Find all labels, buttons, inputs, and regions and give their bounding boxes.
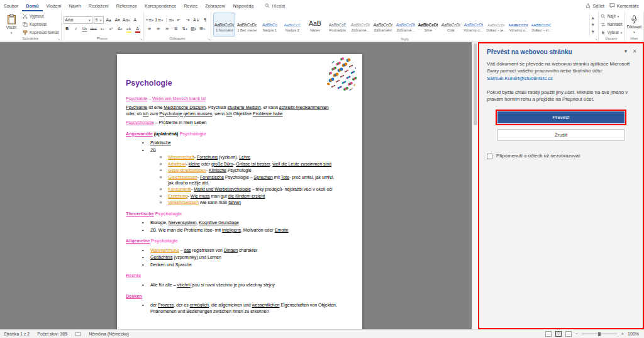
dictate-button[interactable]: Diktovat <box>627 13 641 36</box>
bullet-marker: • <box>142 247 150 253</box>
shading-button[interactable]: ▨ <box>190 25 197 33</box>
justify-button[interactable]: ≣ <box>172 25 180 33</box>
tab-návrh[interactable]: Návrh <box>65 0 85 11</box>
tab-zobrazení[interactable]: Zobrazení <box>201 0 229 11</box>
cut-button[interactable]: Vyjmout <box>23 13 59 20</box>
tab-vložení[interactable]: Vložení <box>43 0 65 11</box>
read-mode-button[interactable] <box>545 331 552 337</box>
convert-button[interactable]: Převést <box>497 111 625 123</box>
scrollbar-thumb[interactable] <box>474 43 477 125</box>
word-count-status[interactable]: Počet slov: 365 <box>37 332 67 336</box>
document-scrollbar[interactable] <box>472 42 478 329</box>
find-button[interactable]: Najít <box>601 13 623 20</box>
styles-scroll-down[interactable]: ▼ <box>590 21 596 28</box>
text-effects-button[interactable]: A <box>116 25 124 33</box>
editing-group: Najít Nahradit Vybrat Úpravy <box>599 11 625 42</box>
bullets-button[interactable]: •≡ <box>146 16 154 24</box>
tab-korespondence[interactable]: Korespondence <box>141 0 180 11</box>
zoom-slider[interactable] <box>582 334 617 334</box>
style-sample: AaBbCcE <box>328 14 347 27</box>
tab-soubor[interactable]: Soubor <box>0 0 22 11</box>
tab-revize[interactable]: Revize <box>180 0 201 11</box>
search-box[interactable]: Hledat <box>265 0 285 11</box>
style-card-5[interactable]: AaBNázev <box>304 13 326 37</box>
zoom-level[interactable]: 100% <box>628 332 639 336</box>
sort-button[interactable]: A↓ <box>192 16 200 24</box>
copy-button[interactable]: Kopírovat <box>23 21 59 28</box>
style-card-3[interactable]: AaBbCcNadpis 1 <box>258 13 280 37</box>
highlight-button[interactable]: ab <box>125 25 133 33</box>
styles-dialog-launcher[interactable] <box>595 37 597 41</box>
pane-close-button[interactable]: × <box>630 48 639 54</box>
select-button[interactable]: Vybrat <box>601 29 623 36</box>
change-case-button[interactable]: Aa <box>123 16 130 24</box>
cancel-button[interactable]: Zrušit <box>497 129 625 141</box>
style-card-6[interactable]: AaBbCcEPodnadpis <box>326 13 348 37</box>
doc-block-bullet: •ZB <box>126 147 339 153</box>
font-size-select[interactable]: 9 <box>94 16 104 24</box>
grow-font-button[interactable]: A▴ <box>105 16 113 24</box>
clear-formatting-button[interactable]: A <box>131 16 139 24</box>
align-center-button[interactable]: ≡ <box>155 25 162 33</box>
italic-button[interactable]: I <box>72 25 80 33</box>
share-label: Sdílet <box>592 3 604 9</box>
subscript-button[interactable]: x₂ <box>99 25 106 33</box>
styles-more-button[interactable]: ▼̲ <box>590 28 596 35</box>
style-card-12[interactable]: AaBbCcDtVýrazný ci... <box>462 13 484 37</box>
web-layout-button[interactable] <box>565 331 572 337</box>
style-card-10[interactable]: AaBbCcDtSilné <box>417 13 439 37</box>
comments-button[interactable]: Komentáře <box>609 3 639 9</box>
style-card-15[interactable]: AABBCCDCOdkaz – in... <box>530 13 552 37</box>
font-family-select[interactable]: Arial <box>64 16 92 24</box>
align-left-button[interactable]: ≡ <box>146 25 153 33</box>
print-layout-button[interactable] <box>555 331 562 337</box>
tab-reference[interactable]: Reference <box>113 0 141 11</box>
dont-show-again-checkbox[interactable] <box>487 154 492 159</box>
borders-button[interactable]: ⊞ <box>199 25 206 33</box>
page-count-status[interactable]: Stránka 1 z 2 <box>4 332 30 336</box>
superscript-button[interactable]: x² <box>108 25 115 33</box>
font-color-button[interactable]: A <box>134 25 142 33</box>
format-painter-button[interactable]: Kopírovat formát <box>23 29 59 36</box>
style-card-9[interactable]: AaBbCcDtZdůrazně... <box>394 13 416 37</box>
styles-scroll-up[interactable]: ▲ <box>590 14 596 21</box>
tab-domů[interactable]: Domů <box>22 0 42 11</box>
tab-rozložení[interactable]: Rozložení <box>85 0 113 11</box>
doc-block-heading: Angewandte (uplatněná) Psychologie <box>126 131 339 137</box>
proofing-icon[interactable] <box>75 332 81 337</box>
multilevel-list-button[interactable]: ⋮≡ <box>164 16 174 24</box>
style-card-13[interactable]: AaBbCcDtOdkaz – je... <box>485 13 507 37</box>
font-dialog-launcher[interactable] <box>140 37 142 41</box>
pane-options-button[interactable]: ▾ <box>621 48 630 54</box>
style-card-4[interactable]: AaBbCcCNadpis 2 <box>281 13 303 37</box>
numbering-button[interactable]: 1≡ <box>155 16 163 24</box>
bold-button[interactable]: B <box>64 25 71 33</box>
style-card-7[interactable]: AaBbCcDtZdůrazně... <box>349 13 371 37</box>
language-status[interactable]: Němčina (Německo) <box>89 332 129 336</box>
zoom-in-button[interactable]: + <box>621 331 624 337</box>
tab-nápověda[interactable]: Nápověda <box>230 0 258 11</box>
underline-button[interactable]: U <box>81 25 89 33</box>
line-spacing-button[interactable]: ⇅ <box>181 25 189 33</box>
style-card-11[interactable]: AaBbCcDtCitát <box>440 13 462 37</box>
style-card-14[interactable]: AABBCCDCVýrazný o... <box>508 13 530 37</box>
paste-button[interactable]: Vložit <box>2 13 21 36</box>
align-right-button[interactable]: ≡ <box>164 25 171 33</box>
style-card-1[interactable]: AaBbCcDc1 Normální <box>213 13 235 37</box>
strikethrough-button[interactable]: abc <box>90 25 97 33</box>
increase-indent-button[interactable]: ⇥ <box>184 16 191 24</box>
doc-text: Biologie, Nervensystem, Kognitive Grundl… <box>150 220 239 225</box>
show-marks-button[interactable]: ¶ <box>201 16 209 24</box>
shrink-font-button[interactable]: A▾ <box>114 16 121 24</box>
style-card-8[interactable]: AaBbCcDtZdůraznění <box>372 13 394 37</box>
style-card-2[interactable]: AaBbCcDc1 Bez mezer <box>236 13 258 37</box>
share-button[interactable]: Sdílet <box>586 3 604 9</box>
replace-button[interactable]: Nahradit <box>601 21 623 28</box>
zoom-out-button[interactable]: − <box>575 331 579 337</box>
decrease-indent-button[interactable]: ⇤ <box>175 16 182 24</box>
zoom-slider-thumb[interactable] <box>598 332 601 336</box>
document-page[interactable]: PsychologiePsychiatrie – Wenn win Mensch… <box>117 54 362 329</box>
clipboard-dialog-launcher[interactable] <box>57 37 60 41</box>
account-email-link[interactable]: Samuel.Kunert@studentstc.cz <box>487 76 553 81</box>
paragraph-dialog-launcher[interactable] <box>208 37 210 41</box>
